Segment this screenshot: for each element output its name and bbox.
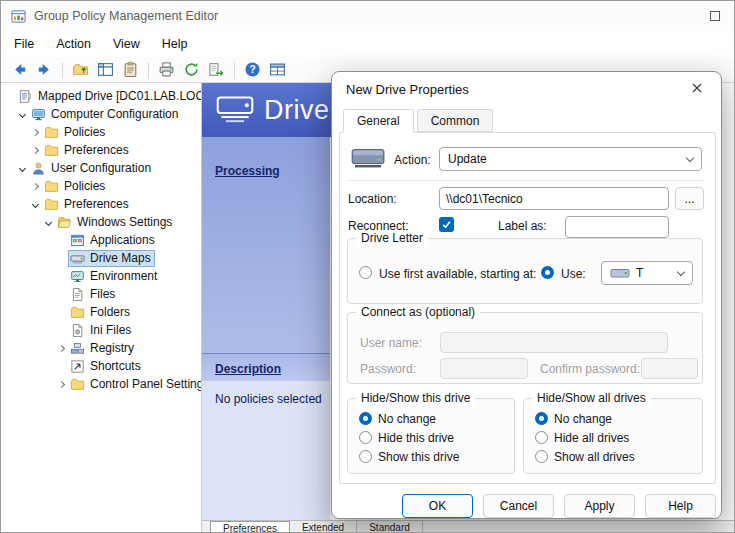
- help-button[interactable]: Help: [645, 494, 716, 518]
- tree-item-policies[interactable]: Policies: [1, 123, 201, 141]
- shortcuts-icon: [70, 359, 86, 374]
- check-icon: [441, 216, 452, 234]
- tree-item-windows-settings[interactable]: Windows Settings: [1, 213, 201, 231]
- toolbar-separator: [234, 62, 235, 78]
- use-label[interactable]: Use:: [561, 267, 586, 281]
- use-radio[interactable]: [541, 266, 554, 279]
- tree-chevron-down-icon[interactable]: [16, 166, 29, 171]
- apply-button[interactable]: Apply: [564, 494, 635, 518]
- tree-item-label: Computer Configuration: [51, 107, 178, 121]
- tree-item-preferences[interactable]: Preferences: [1, 195, 201, 213]
- location-label: Location:: [348, 192, 397, 206]
- radio-icon: [535, 431, 548, 444]
- confirm-password-label: Confirm password:: [540, 362, 640, 376]
- radio-option-label: No change: [378, 412, 436, 426]
- radio-option-show-this-drive[interactable]: Show this drive: [348, 447, 514, 466]
- password-label: Password:: [360, 362, 416, 376]
- folder-icon: [44, 197, 60, 212]
- radio-option-hide-all-drives[interactable]: Hide all drives: [524, 428, 702, 447]
- radio-icon: [359, 412, 372, 425]
- use-first-available-radio[interactable]: [359, 266, 372, 279]
- drive-letter-select[interactable]: T: [601, 261, 693, 285]
- tree-item-label: Policies: [64, 179, 105, 193]
- tree-item-computer-configuration[interactable]: Computer Configuration: [1, 105, 201, 123]
- pane-sidebar: Processing Description No policies selec…: [202, 137, 330, 520]
- help-icon[interactable]: ?: [242, 59, 263, 80]
- tree-item-label: Policies: [64, 125, 105, 139]
- view-tab-extended[interactable]: Extended: [290, 521, 357, 533]
- tree-item-ini-files[interactable]: Ini Files: [1, 321, 201, 339]
- view-tab-strip: PreferencesExtendedStandard: [202, 520, 735, 533]
- radio-option-no-change[interactable]: No change: [524, 409, 702, 428]
- tree-item-user-configuration[interactable]: User Configuration: [1, 159, 201, 177]
- tree-item-label: Folders: [90, 305, 130, 319]
- radio-option-hide-this-drive[interactable]: Hide this drive: [348, 428, 514, 447]
- computer-icon: [31, 107, 47, 122]
- radio-option-show-all-drives[interactable]: Show all drives: [524, 447, 702, 466]
- tree-chevron-right-icon[interactable]: [29, 148, 42, 153]
- tree-item-files[interactable]: Files: [1, 285, 201, 303]
- description-section: Description No policies selected: [202, 353, 330, 520]
- tree-chevron-down-icon[interactable]: [42, 220, 55, 225]
- dialog-tab-common[interactable]: Common: [417, 109, 494, 132]
- radio-option-no-change[interactable]: No change: [348, 409, 514, 428]
- dialog-titlebar[interactable]: New Drive Properties: [332, 72, 721, 104]
- tree-item-label: Windows Settings: [77, 215, 172, 229]
- forward-icon[interactable]: [34, 59, 55, 80]
- export-list-icon[interactable]: [206, 59, 227, 80]
- cancel-button[interactable]: Cancel: [483, 494, 554, 518]
- drive-icon: [70, 251, 86, 266]
- clipboard-icon[interactable]: [120, 59, 141, 80]
- up-one-level-icon[interactable]: [70, 59, 91, 80]
- menu-bar: FileActionViewHelp: [3, 31, 734, 57]
- environment-icon: [70, 269, 86, 284]
- hide-show-all-group-title: Hide/Show all drives: [532, 391, 651, 405]
- show-console-tree-icon[interactable]: [95, 59, 116, 80]
- tree-chevron-right-icon[interactable]: [55, 346, 68, 351]
- menu-help[interactable]: Help: [151, 33, 199, 55]
- table-icon[interactable]: [267, 59, 288, 80]
- tree-chevron-right-icon[interactable]: [55, 382, 68, 387]
- tree-item-registry[interactable]: Registry: [1, 339, 201, 357]
- tree-chevron-down-icon[interactable]: [29, 202, 42, 207]
- tree-item-control-panel-setting[interactable]: Control Panel Setting: [1, 375, 201, 393]
- dialog-title: New Drive Properties: [346, 82, 469, 97]
- menu-action[interactable]: Action: [45, 33, 102, 55]
- menu-view[interactable]: View: [102, 33, 151, 55]
- tree-item-policies[interactable]: Policies: [1, 177, 201, 195]
- back-icon[interactable]: [9, 59, 30, 80]
- tree-chevron-right-icon[interactable]: [29, 184, 42, 189]
- refresh-icon[interactable]: [181, 59, 202, 80]
- tree-item-drive-maps[interactable]: Drive Maps: [1, 249, 201, 267]
- dialog-tab-general[interactable]: General: [343, 109, 414, 133]
- label-as-input[interactable]: [565, 216, 669, 238]
- use-first-available-label[interactable]: Use first available, starting at:: [379, 267, 536, 281]
- tree-item-applications[interactable]: Applications: [1, 231, 201, 249]
- location-input[interactable]: [439, 187, 669, 210]
- tree-item-label: Environment: [90, 269, 157, 283]
- tree-item-environment[interactable]: Environment: [1, 267, 201, 285]
- ok-button[interactable]: OK: [402, 494, 473, 518]
- tree-item-preferences[interactable]: Preferences: [1, 141, 201, 159]
- action-label: Action:: [394, 153, 431, 167]
- processing-link[interactable]: Processing: [215, 164, 280, 178]
- description-text: No policies selected: [215, 392, 322, 406]
- tree-item-mapped-drive-dc01-lab-loca[interactable]: Mapped Drive [DC01.LAB.LOCA: [1, 87, 201, 105]
- view-tab-preferences[interactable]: Preferences: [210, 521, 290, 533]
- view-tab-standard[interactable]: Standard: [357, 521, 423, 533]
- action-select[interactable]: Update: [439, 147, 702, 171]
- browse-button[interactable]: ...: [675, 187, 704, 210]
- dialog-close-button[interactable]: [681, 77, 713, 101]
- reconnect-checkbox[interactable]: [439, 217, 454, 232]
- app-window: Group Policy Management Editor FileActio…: [0, 0, 735, 533]
- menu-file[interactable]: File: [3, 33, 45, 55]
- description-link[interactable]: Description: [215, 362, 281, 376]
- maximize-button[interactable]: [710, 11, 720, 21]
- tree-chevron-down-icon[interactable]: [16, 112, 29, 117]
- tree-item-folders[interactable]: Folders: [1, 303, 201, 321]
- window-titlebar[interactable]: Group Policy Management Editor: [1, 1, 735, 31]
- print-icon[interactable]: [156, 59, 177, 80]
- ini-icon: [70, 323, 86, 338]
- tree-item-shortcuts[interactable]: Shortcuts: [1, 357, 201, 375]
- tree-chevron-right-icon[interactable]: [29, 130, 42, 135]
